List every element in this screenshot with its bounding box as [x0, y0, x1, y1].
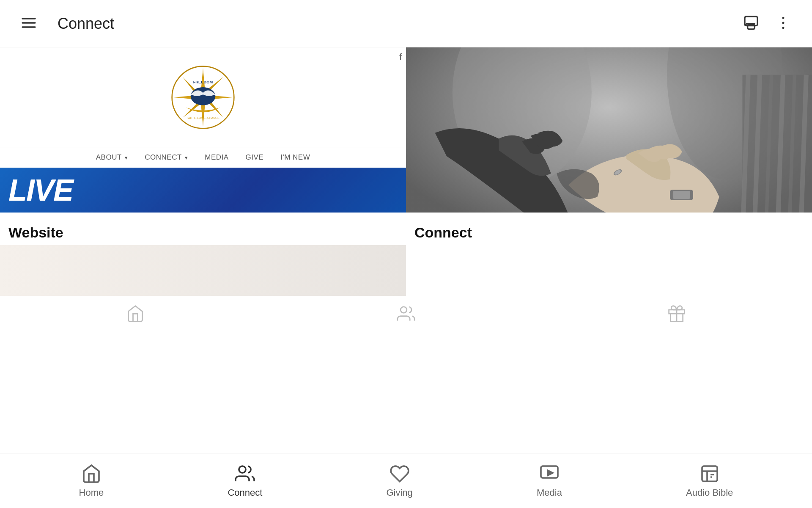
- nav-media: MEDIA: [205, 153, 228, 162]
- audio-bible-label: Audio Bible: [686, 487, 733, 498]
- hint-icon-2: [397, 304, 415, 323]
- home-label: Home: [79, 487, 104, 498]
- bottom-nav: Home Connect Giving Media Audio Bible: [0, 453, 812, 508]
- nav-tab-giving[interactable]: Giving: [373, 459, 425, 502]
- home-icon: [81, 464, 102, 484]
- more-options-button[interactable]: [775, 14, 792, 33]
- svg-rect-34: [673, 191, 690, 199]
- svg-point-6: [782, 22, 785, 24]
- connect-image: [406, 47, 812, 213]
- svg-point-38: [239, 466, 246, 473]
- card-gray-partial[interactable]: [0, 245, 406, 296]
- app-bar: Connect: [0, 0, 812, 47]
- website-nav-bar: ABOUT ▾ CONNECT ▾ MEDIA GIVE I'M NEW: [0, 147, 406, 168]
- hint-icon-3: [667, 304, 686, 323]
- page-title: Connect: [58, 15, 114, 33]
- svg-rect-41: [702, 466, 717, 481]
- website-card-label: Website: [0, 213, 406, 245]
- nav-give: GIVE: [246, 153, 264, 162]
- hint-row: [0, 296, 812, 327]
- connect-icon: [235, 464, 255, 484]
- svg-text:FREEDOM: FREEDOM: [193, 80, 213, 84]
- app-bar-right: [743, 14, 792, 33]
- chat-button[interactable]: [743, 14, 760, 33]
- hint-icon-1: [126, 304, 145, 323]
- svg-point-35: [401, 307, 407, 313]
- nav-imnew: I'M NEW: [280, 153, 310, 162]
- audio-bible-icon: [700, 464, 720, 484]
- svg-point-17: [191, 87, 216, 105]
- connect-card[interactable]: Connect: [406, 47, 812, 245]
- giving-icon: [390, 464, 410, 484]
- live-text: LIVE: [8, 173, 73, 207]
- connect-label: Connect: [228, 487, 262, 498]
- nav-connect: CONNECT ▾: [145, 153, 188, 162]
- app-bar-left: Connect: [20, 14, 114, 33]
- hamburger-menu-button[interactable]: [20, 14, 37, 33]
- live-banner: LIVE: [0, 168, 406, 213]
- website-image: f: [0, 47, 406, 213]
- freedom-logo: FREEDOM FAITH • LOVE • CHANGE: [169, 64, 237, 131]
- nav-tab-audio-bible[interactable]: Audio Bible: [673, 459, 746, 502]
- media-icon: [539, 464, 560, 484]
- nav-tab-media[interactable]: Media: [524, 459, 575, 502]
- website-card[interactable]: f: [0, 47, 406, 245]
- svg-text:FAITH • LOVE • CHANGE: FAITH • LOVE • CHANGE: [187, 116, 219, 119]
- facebook-icon: f: [399, 52, 402, 63]
- svg-point-7: [782, 27, 785, 29]
- nav-tab-home[interactable]: Home: [66, 459, 117, 502]
- connect-card-label: Connect: [406, 213, 812, 245]
- cards-row: f: [0, 47, 812, 245]
- giving-label: Giving: [386, 487, 412, 498]
- main-content: f: [0, 47, 812, 387]
- nav-tab-connect[interactable]: Connect: [215, 459, 275, 502]
- nav-about: ABOUT ▾: [96, 153, 128, 162]
- svg-point-5: [782, 17, 785, 19]
- card-empty-partial: [406, 245, 812, 296]
- cards-row-2: [0, 245, 812, 296]
- svg-marker-40: [548, 470, 553, 475]
- media-label: Media: [537, 487, 562, 498]
- website-logo-area: f: [0, 47, 406, 147]
